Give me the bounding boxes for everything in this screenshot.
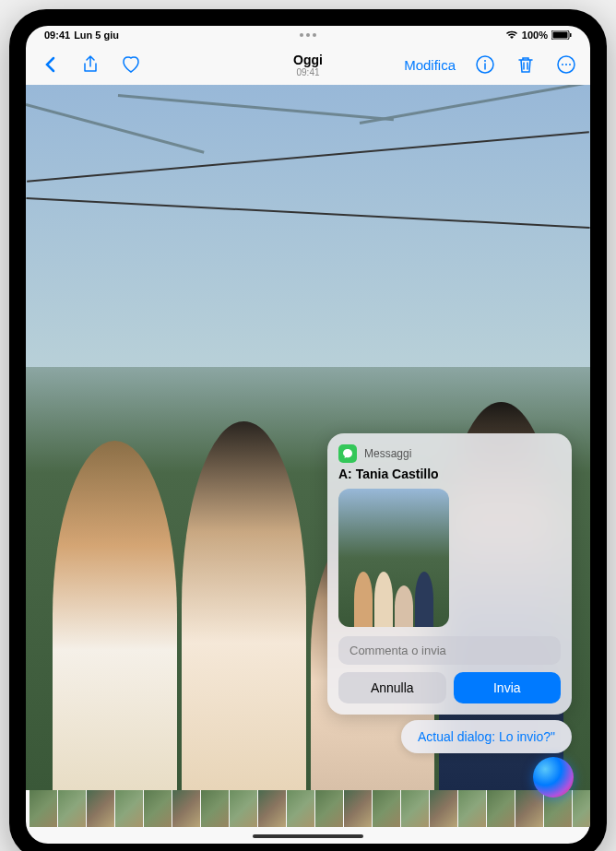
thumbnail[interactable]: [230, 790, 257, 827]
more-button[interactable]: [555, 53, 577, 76]
home-indicator[interactable]: [253, 834, 363, 838]
thumbnail[interactable]: [315, 790, 343, 827]
message-attachment-thumbnail[interactable]: [338, 489, 449, 627]
toolbar-title: Oggi: [293, 53, 323, 67]
popup-app-name: Messaggi: [364, 447, 411, 460]
thumbnail[interactable]: [458, 790, 486, 827]
svg-point-6: [562, 64, 563, 65]
thumbnail[interactable]: [30, 790, 57, 827]
thumbnail[interactable]: [115, 790, 143, 827]
siri-orb-button[interactable]: [533, 757, 574, 798]
svg-point-4: [484, 60, 486, 62]
message-comment-input[interactable]: [338, 636, 561, 665]
toolbar-subtitle: 09:41: [293, 67, 323, 77]
thumbnail-strip[interactable]: [26, 790, 590, 827]
toolbar: Oggi 09:41 Modifica: [26, 44, 590, 85]
messages-app-icon: [338, 444, 357, 463]
send-button[interactable]: Invia: [454, 672, 562, 703]
back-button[interactable]: [39, 53, 61, 76]
info-button[interactable]: [474, 53, 496, 76]
status-bar: 09:41 Lun 5 giu 100%: [26, 26, 590, 44]
share-button[interactable]: [79, 53, 101, 76]
thumbnail[interactable]: [58, 790, 86, 827]
battery-icon: [551, 30, 572, 40]
thumbnail[interactable]: [258, 790, 286, 827]
svg-point-8: [569, 64, 571, 65]
thumbnail[interactable]: [201, 790, 229, 827]
ipad-device-frame: 09:41 Lun 5 giu 100%: [9, 9, 607, 851]
thumbnail[interactable]: [172, 790, 200, 827]
siri-dialog-bubble: Actual dialog: Lo invio?": [401, 720, 572, 753]
wifi-icon: [505, 30, 518, 40]
toolbar-title-area: Oggi 09:41: [293, 53, 323, 77]
thumbnail[interactable]: [430, 790, 457, 827]
status-right: 100%: [505, 30, 572, 41]
thumbnail[interactable]: [144, 790, 172, 827]
status-time: 09:41: [44, 30, 70, 41]
popup-recipient: A: Tania Castillo: [338, 467, 561, 481]
thumbnail[interactable]: [515, 790, 543, 827]
thumbnail[interactable]: [487, 790, 515, 827]
siri-dialog-text: Actual dialog: Lo invio?": [418, 729, 555, 744]
favorite-button[interactable]: [120, 53, 142, 76]
thumbnail[interactable]: [287, 790, 314, 827]
battery-percent: 100%: [522, 30, 548, 41]
multitask-dots[interactable]: [300, 33, 316, 37]
svg-point-7: [565, 64, 567, 65]
edit-button[interactable]: Modifica: [404, 57, 456, 73]
svg-rect-2: [570, 33, 572, 37]
thumbnail[interactable]: [87, 790, 114, 827]
siri-messages-popup: Messaggi A: Tania Castillo Annulla Invia: [327, 433, 572, 715]
delete-button[interactable]: [515, 53, 537, 76]
thumbnail[interactable]: [373, 790, 400, 827]
status-date: Lun 5 giu: [74, 30, 119, 41]
screen: 09:41 Lun 5 giu 100%: [26, 26, 590, 844]
thumbnail[interactable]: [344, 790, 372, 827]
cancel-button[interactable]: Annulla: [338, 672, 446, 703]
svg-rect-1: [553, 32, 568, 39]
thumbnail[interactable]: [573, 790, 590, 827]
status-left: 09:41 Lun 5 giu: [44, 30, 119, 41]
thumbnail[interactable]: [401, 790, 429, 827]
